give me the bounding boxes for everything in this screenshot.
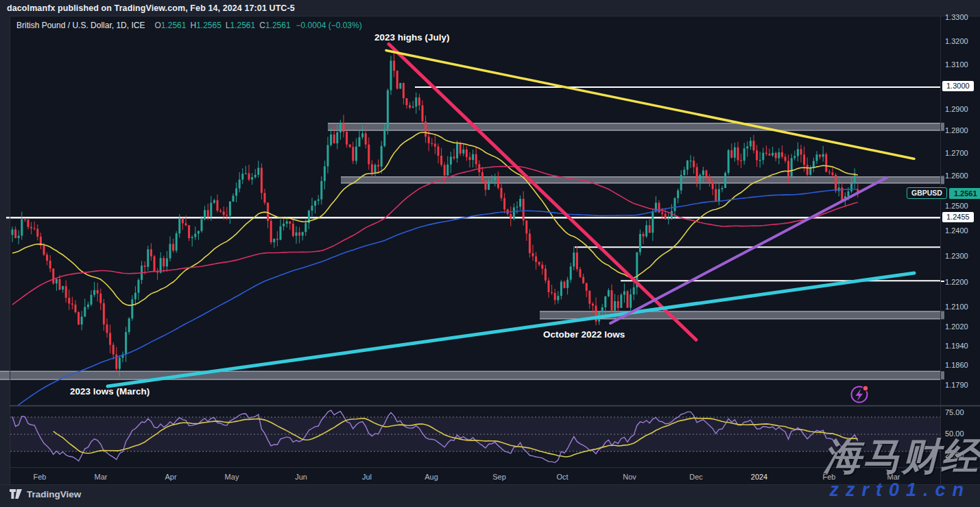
chart-widget[interactable]: British Pound / U.S. Dollar, 1D, ICEO1.2… [0,16,980,484]
time-axis-label[interactable]: Feb [34,473,47,481]
time-axis-label[interactable]: Jun [295,473,307,481]
price-axis-label[interactable]: 1.3200 [945,37,968,45]
price-axis-label[interactable]: 1.2600 [945,172,968,180]
chart-annotation: October 2022 lows [543,329,625,340]
trendline-major-uptrend [108,273,914,386]
rsi-axis-label[interactable]: 75.00 [945,408,964,416]
watermark-url: zzrt01.cn [829,481,970,499]
flash-refresh-button[interactable] [852,386,869,403]
tradingview-logo[interactable]: TradingView [10,489,81,499]
tradingview-logo-text: TradingView [27,489,81,499]
ohlc-key: O [154,21,160,30]
time-axis-label[interactable]: Sep [492,473,506,481]
time-axis-label[interactable]: Apr [165,473,176,481]
tradingview-logo-icon [10,489,23,499]
candles-layer [12,53,859,376]
ohlc-value: 1.2565 [196,21,222,30]
price-axis-label[interactable]: 1.1860 [945,361,968,369]
trendline-steep-downtrend [389,44,696,340]
moving-averages-layer [12,132,858,410]
price-axis-label[interactable]: 1.2800 [945,126,968,134]
time-axis-label[interactable]: Oct [556,473,568,481]
price-axis-label[interactable]: 1.2400 [945,226,968,235]
price-axis-label[interactable]: 1.2700 [945,149,968,157]
price-level-badge: 1.2455 [942,212,974,222]
price-axis-label[interactable]: 1.2300 [945,252,968,260]
ohlc-value: 1.2561 [230,21,256,30]
chart-canvas[interactable] [0,16,980,507]
ohlc-key: L [226,21,230,30]
time-axis-label[interactable]: Jul [362,473,372,481]
watermark-cjk: 海马财经 [824,438,980,475]
price-axis-label[interactable]: 1.2100 [945,303,968,311]
last-price-value: 1.2561 [949,188,980,199]
time-axis-label[interactable]: Aug [425,473,438,481]
ohlc-values: O1.2561H1.2565L1.2561C1.2561 [150,21,290,30]
trendline-minor-uptrend [610,178,887,323]
ma-line-ma_yellow [12,132,858,305]
change-value: −0.0004 (−0.03%) [296,21,362,30]
price-axis-label[interactable]: 1.2500 [945,202,968,210]
time-axis-label[interactable]: Mar [95,473,108,481]
symbol-badge: GBPUSD [907,187,947,199]
price-axis-label[interactable]: 1.2020 [945,322,968,331]
ohlc-value: 1.2561 [161,21,187,30]
trendline-major-downtrend [386,50,914,158]
ohlc-key: H [190,21,196,30]
rsi-panel-layer [10,410,940,462]
publish-info: dacolmanfx published on TradingView.com,… [7,3,295,13]
price-axis-label[interactable]: 1.3300 [945,13,968,21]
key-levels-layer [6,87,941,281]
symbol-title: British Pound / U.S. Dollar, 1D, ICE [16,21,145,30]
ohlc-key: C [259,21,265,30]
price-axis-label[interactable]: 1.1790 [945,381,968,389]
price-level-badge: 1.3000 [942,81,974,91]
pane-borders [10,16,980,484]
chart-annotation: 2023 highs (July) [374,32,450,43]
time-axis-label[interactable]: Dec [689,473,703,481]
chart-annotation: 2023 lows (March) [70,386,150,397]
price-axis-label[interactable]: 1.1940 [945,342,968,350]
time-axis-label[interactable]: 2024 [751,473,767,481]
ohlc-value: 1.2561 [265,21,291,30]
zones-layer [0,123,944,379]
price-axis-label[interactable]: 1.2200 [945,278,968,286]
tradingview-published-chart: dacolmanfx published on TradingView.com,… [0,0,980,507]
price-axis-label[interactable]: 1.2900 [945,105,968,113]
symbol-legend[interactable]: British Pound / U.S. Dollar, 1D, ICEO1.2… [16,21,362,30]
time-axis-label[interactable]: Nov [623,473,636,481]
time-axis-label[interactable]: May [225,473,239,481]
price-axis-label[interactable]: 1.3100 [945,60,968,69]
last-price-badge: GBPUSD 1.2561 [907,187,980,199]
